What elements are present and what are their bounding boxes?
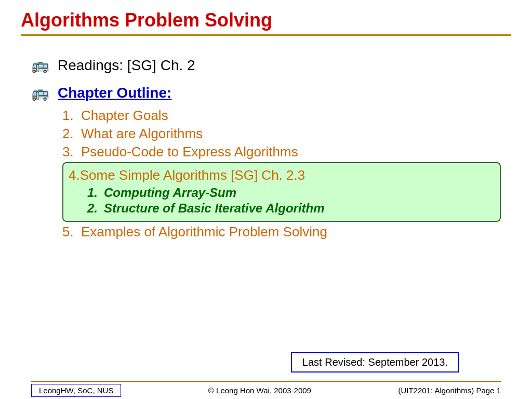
list-num: 2. <box>62 126 81 142</box>
last-revised-box: Last Revised: September 2013. <box>291 352 459 373</box>
outline-header-line: 🚌 Chapter Outline: <box>31 84 501 101</box>
list-item: 5. Examples of Algorithmic Problem Solvi… <box>62 224 501 240</box>
sub-list-item: 2. Structure of Basic Iterative Algorith… <box>87 201 493 216</box>
list-num: 3. <box>62 144 81 160</box>
last-revised-text: Last Revised: September 2013. <box>302 356 448 368</box>
list-num: 1. <box>62 108 81 124</box>
list-item: 1. Chapter Goals <box>62 108 501 124</box>
footer-bar: LeongHW, SoC, NUS © Leong Hon Wai, 2003-… <box>31 381 501 399</box>
sub-num: 1. <box>87 185 104 200</box>
sub-list-item: 1. Computing Array-Sum <box>87 185 493 200</box>
list-text: Chapter Goals <box>81 108 501 124</box>
outline-list-5: 5. Examples of Algorithmic Problem Solvi… <box>31 224 501 240</box>
highlight-box: 4. Some Simple Algorithms [SG] Ch. 2.3 1… <box>62 162 501 222</box>
list-text: What are Algorithms <box>81 126 501 142</box>
outline-title: Chapter Outline: <box>58 85 171 101</box>
highlight-main-item: 4. Some Simple Algorithms [SG] Ch. 2.3 <box>69 167 493 183</box>
header: Algorithms Problem Solving <box>0 0 532 41</box>
page: Algorithms Problem Solving 🚌 Readings: [… <box>0 0 532 399</box>
sub-text: Structure of Basic Iterative Algorithm <box>104 201 325 216</box>
readings-section: 🚌 Readings: [SG] Ch. 2 <box>31 57 501 74</box>
readings-text: Readings: [SG] Ch. 2 <box>58 57 195 74</box>
page-title: Algorithms Problem Solving <box>21 9 511 31</box>
list-text: Examples of Algorithmic Problem Solving <box>81 224 501 240</box>
list-num: 5. <box>62 224 81 240</box>
footer-copyright: © Leong Hon Wai, 2003-2009 <box>208 386 311 395</box>
list-text: Pseudo-Code to Express Algorithms <box>81 144 501 160</box>
sub-list: 1. Computing Array-Sum 2. Structure of B… <box>69 185 493 216</box>
list-item: 2. What are Algorithms <box>62 126 501 142</box>
main-content: 🚌 Readings: [SG] Ch. 2 🚌 Chapter Outline… <box>0 41 532 352</box>
list-text: Some Simple Algorithms [SG] Ch. 2.3 <box>80 167 305 183</box>
bus-icon-2: 🚌 <box>31 84 49 101</box>
sub-num: 2. <box>87 201 104 216</box>
footer-page-info: (UIT2201: Algorithms) Page 1 <box>398 386 501 395</box>
bus-icon: 🚌 <box>31 57 49 74</box>
footer-area: Last Revised: September 2013. LeongHW, S… <box>0 352 532 399</box>
list-item: 3. Pseudo-Code to Express Algorithms <box>62 144 501 160</box>
footer-left-label: LeongHW, SoC, NUS <box>31 384 121 397</box>
outline-section: 🚌 Chapter Outline: 1. Chapter Goals 2. W… <box>31 84 501 240</box>
outline-list: 1. Chapter Goals 2. What are Algorithms … <box>31 108 501 160</box>
header-rule <box>21 34 511 36</box>
list-num: 4. <box>69 167 80 183</box>
sub-text: Computing Array-Sum <box>104 185 236 200</box>
